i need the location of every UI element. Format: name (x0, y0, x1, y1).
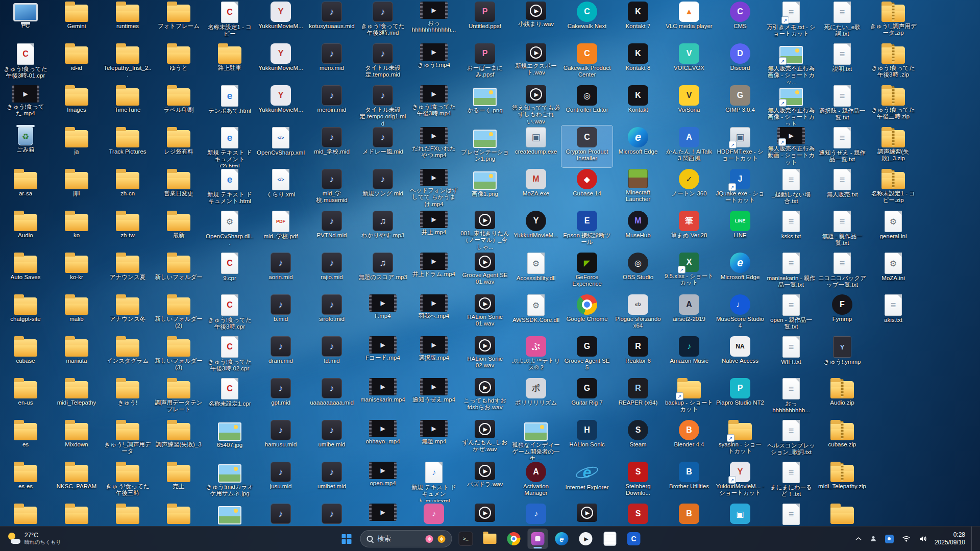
desktop-icon[interactable]: ♪umibet.mid (306, 460, 357, 502)
desktop-icon[interactable]: かるーく.png (459, 84, 510, 126)
desktop-icon[interactable]: ♻ごみ箱 (0, 126, 51, 167)
desktop-icon[interactable]: ▶井上ドラム.mp4 (408, 251, 459, 293)
desktop-icon[interactable]: ≡ヘルスコンプレッション_歌詞.txt (766, 418, 817, 460)
desktop-icon[interactable]: ♪タイトル未設定.tempo.mid (357, 42, 408, 84)
desktop-icon[interactable]: </>OpenCvSharp.xml (255, 126, 306, 167)
volume-tray-button[interactable] (918, 531, 928, 547)
desktop-icon[interactable]: </>くらり.xml (255, 167, 306, 209)
desktop-icon[interactable]: レジ袋有料 (153, 126, 204, 167)
desktop-icon[interactable]: es-es (0, 460, 51, 502)
desktop-icon[interactable]: BBrother Utilities (664, 460, 715, 502)
desktop-icon[interactable]: TimeTune (102, 84, 153, 126)
weather-widget[interactable]: 27°C 晴れのちくもり (0, 527, 68, 551)
desktop-icon[interactable]: ≡akis.txt (868, 293, 919, 335)
desktop-icon[interactable]: 孤独なインディーゲーム開発者の一生 ... (510, 418, 561, 460)
desktop-icon[interactable]: Pおーばーまにみ.ppsf (459, 42, 510, 84)
desktop-icon[interactable]: Track Pictures (102, 126, 153, 167)
desktop-icon[interactable]: ⚙OpenCvSharp.dll... (204, 209, 255, 251)
desktop-icon[interactable]: ⚙general.ini (868, 209, 919, 251)
desktop-icon[interactable]: ♪meroin.mid (306, 84, 357, 126)
desktop-icon[interactable]: ▲VLC media player (664, 0, 715, 42)
desktop-icon[interactable]: id-id (51, 42, 102, 84)
desktop-icon[interactable]: ♪gpt.mid (255, 377, 306, 418)
chrome-taskbar-button[interactable] (504, 529, 524, 549)
desktop-icon[interactable]: zh-cn (102, 167, 153, 209)
start-button[interactable] (336, 529, 357, 549)
desktop-icon[interactable]: AActivation Manager (510, 460, 561, 502)
desktop-icon[interactable]: プレゼンテーション1.png (459, 126, 510, 167)
desktop-icon[interactable]: 名称未設定1 - コピー.zip (868, 167, 919, 209)
desktop-icon[interactable]: eMicrosoft Edge (715, 251, 766, 293)
desktop-icon[interactable]: YYukkuriMovieM... (255, 84, 306, 126)
network-tray-button[interactable] (901, 531, 912, 547)
edge-taskbar-button[interactable]: e (552, 529, 572, 549)
desktop-icon[interactable]: midi_Telepathy.zip (817, 460, 868, 502)
desktop-icon[interactable]: jijii (51, 167, 102, 209)
desktop-icon[interactable]: ラベル印刷 (153, 84, 204, 126)
desktop-icon[interactable]: ≡まにまにわーるど！.txt (766, 460, 817, 502)
desktop-icon[interactable]: ≡説明.txt (817, 42, 868, 84)
desktop-icon[interactable]: Yきゅう!.ymmp (817, 335, 868, 377)
desktop-icon[interactable]: ▶open.mp4 (357, 460, 408, 502)
desktop-icon[interactable]: ≡死にたい_e歌詞.txt (817, 0, 868, 42)
notepad-taskbar-button[interactable] (600, 529, 620, 549)
desktop-icon[interactable]: SSteinberg Downlo... (612, 460, 664, 502)
desktop-icon[interactable]: MMoZA.exe (510, 167, 561, 209)
desktop-icon[interactable]: ar-sa (0, 167, 51, 209)
desktop-icon[interactable]: Y↗YukkuriMovieM... - ショートカット (715, 460, 766, 502)
desktop-icon[interactable]: きゅう!midカラオケ用サムネ.jpg (204, 460, 255, 502)
desktop-icon[interactable]: きゅう!食ってた午後3時 .zip (868, 42, 919, 84)
desktop-icon[interactable]: GGroove Agent SE 5 (561, 335, 612, 377)
desktop-icon[interactable]: es (0, 418, 51, 460)
desktop-icon[interactable]: きゅう!食ってた午後三時 (102, 460, 153, 502)
clock[interactable]: 0:28 2025/09/10 (935, 531, 965, 546)
desktop-icon[interactable]: YYukkuriMovieM... (510, 209, 561, 251)
desktop-icon[interactable]: ▶きゅう!食ってた.mp4 (0, 84, 51, 126)
file-explorer-taskbar-button[interactable] (480, 529, 500, 549)
desktop-icon[interactable]: EEpson 接続診断ツール (561, 209, 612, 251)
desktop-icon[interactable]: ▶答え知ってても必ずしもわごれい.wav (510, 84, 561, 126)
desktop-icon[interactable]: midi_Telepathy (51, 377, 102, 418)
desktop-icon[interactable]: cubase (0, 335, 51, 377)
desktop-icon[interactable]: ♩MuseScore Studio 4 (715, 293, 766, 335)
desktop-icon[interactable]: PDFmid_学校.pdf (255, 209, 306, 251)
desktop-icon[interactable]: ▶ずんだもん_しおかぜ.wav (459, 418, 510, 460)
desktop-icon[interactable]: ♪jusu.mid (255, 460, 306, 502)
desktop-icon[interactable]: きゅう!_調声用データ (102, 418, 153, 460)
desktop-icon[interactable]: J↗JQuake.exe - ショートカット (715, 167, 766, 209)
desktop-icon[interactable]: GGIMP 3.0.4 (715, 84, 766, 126)
desktop-icon[interactable]: ♫わかりやす.mp3 (357, 209, 408, 251)
desktop-icon[interactable]: ♪b.mid (255, 293, 306, 335)
desktop-icon[interactable]: RREAPER (x64) (612, 377, 664, 418)
desktop-icon[interactable]: Cきゅう!食ってた午後3時-01.cpr (0, 42, 51, 84)
desktop-icon[interactable]: ♫無題のスコア.mp3 (357, 251, 408, 293)
desktop-icon[interactable]: ↗無人販売不正行為画像 - ショートカット (766, 84, 817, 126)
desktop-icon[interactable]: CCakewalk Next (561, 0, 612, 42)
desktop-icon[interactable]: PUntitled.ppsf (459, 0, 510, 42)
desktop-icon[interactable]: ≡_起動しない場合.txt (766, 167, 817, 209)
desktop-icon[interactable]: インスタグラム (102, 335, 153, 377)
desktop-icon[interactable]: eMicrosoft Edge (612, 126, 664, 167)
desktop-icon[interactable]: ▶manisekarin.mp4 (357, 377, 408, 418)
hidden-icons-chevron[interactable] (854, 531, 863, 547)
desktop-icon[interactable]: SSteam (612, 418, 664, 460)
show-desktop-button[interactable] (971, 527, 975, 551)
desktop-icon[interactable]: RReaktor 6 (612, 335, 664, 377)
desktop-icon[interactable]: LINELINE (715, 209, 766, 251)
desktop-icon[interactable]: KKontakt (612, 84, 664, 126)
desktop-icon[interactable]: ≡おっhhhhhhhhhh... (766, 377, 817, 418)
desktop-icon[interactable]: ▣createdump.exe (510, 126, 561, 167)
desktop-icon[interactable]: C名称未設定1.cpr (204, 377, 255, 418)
desktop-icon[interactable]: ≡無題 - 親作品一覧.txt (817, 209, 868, 251)
desktop-icon[interactable]: ko (51, 209, 102, 251)
desktop-icon[interactable]: ≡ニコニコバックアップ一覧.txt (817, 251, 868, 293)
desktop-icon[interactable]: ♪rajio.mid (306, 251, 357, 293)
desktop-icon[interactable]: 新しいフォルダー (2) (153, 293, 204, 335)
desktop-icon[interactable]: ≡無人販売.txt (817, 167, 868, 209)
desktop-icon[interactable]: Images (51, 84, 102, 126)
media-player-taskbar-button[interactable]: ▶ (576, 529, 596, 549)
desktop-icon[interactable]: sfzPlogue sforzando x64 (612, 293, 664, 335)
desktop-icon[interactable]: ♪hamusu.mid (255, 418, 306, 460)
desktop-icon[interactable]: KKontakt 8 (612, 42, 664, 84)
desktop-icon[interactable]: ◤GeForce Experience (561, 251, 612, 293)
